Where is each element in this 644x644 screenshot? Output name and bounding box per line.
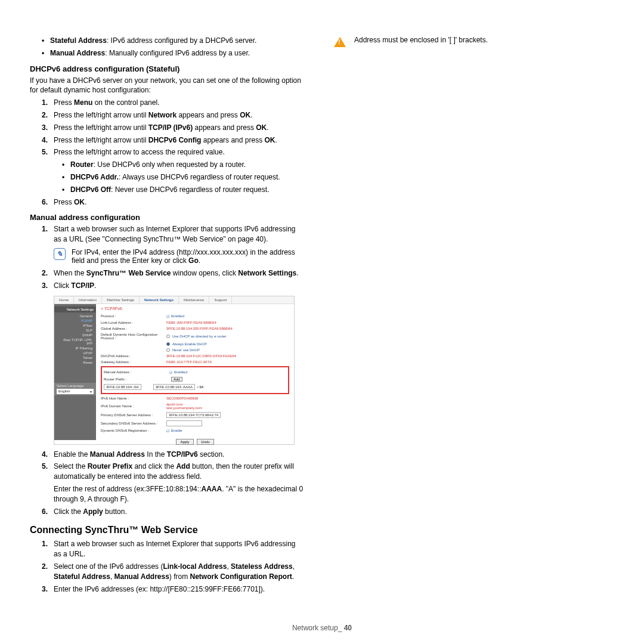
heading-manual: Manual address configuration xyxy=(30,213,304,222)
heading-connecting: Connecting SyncThru™ Web Service xyxy=(30,525,304,535)
note-icon: ✎ xyxy=(54,248,66,260)
heading-stateful: DHCPv6 address configuration (Stateful) xyxy=(30,64,304,73)
web-service-screenshot: Home Information Machine Settings Networ… xyxy=(54,296,295,445)
ss-apply-button[interactable]: Apply xyxy=(176,439,193,445)
ss-language-select[interactable]: English▾ xyxy=(57,389,94,394)
warning-icon xyxy=(334,37,346,47)
stateful-steps: 1.Press Menu on the control panel. 2.Pre… xyxy=(30,98,304,207)
address-definitions: Stateful Address: IPv6 address configure… xyxy=(30,36,304,58)
ss-tab-home[interactable]: Home xyxy=(54,296,74,304)
ss-add-button[interactable]: Add xyxy=(171,377,182,382)
page-footer: Network setup_ 40 xyxy=(0,624,644,632)
stateful-intro: If you have a DHCPv6 server on your netw… xyxy=(30,76,304,96)
right-column: Address must be enclosed in '[ ]' bracke… xyxy=(334,36,608,596)
ss-manual-address-box: Manual Address :☑Enabled Router Prefix :… xyxy=(101,366,289,394)
connect-steps: 1.Start a web browser such as Internet E… xyxy=(30,539,304,594)
left-column: Stateful Address: IPv6 address configure… xyxy=(30,36,304,596)
note-ipv4: ✎ For IPv4, enter the IPv4 address (http… xyxy=(30,248,304,265)
manual-steps: 1.Start a web browser such as Internet E… xyxy=(30,224,304,244)
ss-sidebar: Network Settings General TCP/IP IPSec SL… xyxy=(54,304,96,440)
ss-undo-button[interactable]: Undo xyxy=(197,439,213,445)
warning-brackets: Address must be enclosed in '[ ]' bracke… xyxy=(334,36,608,47)
